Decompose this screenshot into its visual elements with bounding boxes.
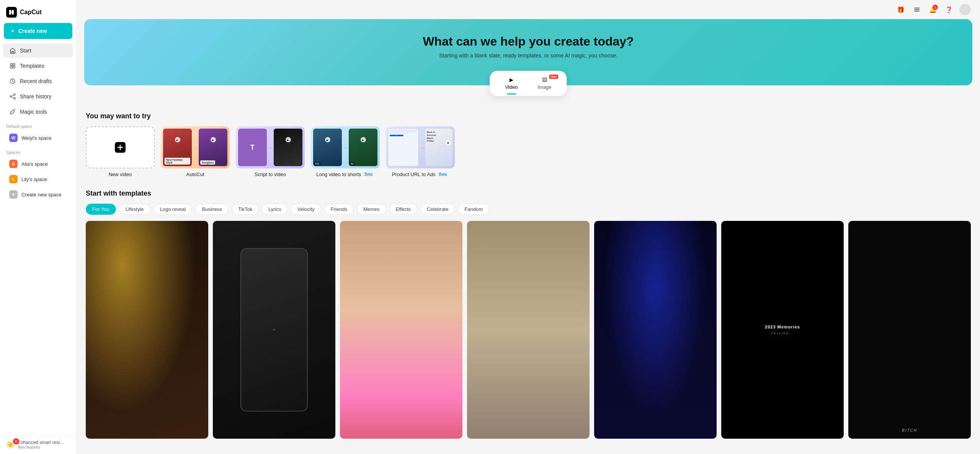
svg-rect-2 <box>13 64 15 65</box>
filter-celebrate[interactable]: Celebrate <box>420 204 455 215</box>
sidebar-item-magic-tools[interactable]: Magic tools <box>3 105 73 119</box>
long-to-shorts-label: Long video to shorts Beta <box>316 171 374 177</box>
alia-space-avatar: A <box>9 160 18 168</box>
template-card-2[interactable] <box>213 221 335 439</box>
filter-lifestyle[interactable]: Lifestyle <box>119 204 150 215</box>
sidebar-item-label-recent: Recent drafts <box>20 78 52 84</box>
space-lily[interactable]: L Lily's space <box>3 172 73 186</box>
alia-space-label: Alia's space <box>21 161 48 167</box>
svg-rect-3 <box>10 66 12 68</box>
sidebar-item-start[interactable]: Start <box>3 43 73 58</box>
hero-banner: What can we help you create today? Start… <box>84 19 972 85</box>
app-logo: CapCut <box>0 0 76 23</box>
autocut-label: AutoCut <box>186 171 204 177</box>
share-icon <box>9 93 16 100</box>
product-url-label: Product URL to Ads Beta <box>392 171 449 177</box>
media-type-tabs: ▶ Video New 🖼 Image <box>490 71 567 96</box>
filter-memes[interactable]: Memes <box>357 204 386 215</box>
svg-rect-10 <box>914 9 920 10</box>
notification-badge: 1 <box>933 5 938 10</box>
sidebar-item-templates[interactable]: Templates <box>3 59 73 73</box>
sidebar-item-label-share: Share history <box>20 93 51 100</box>
svg-rect-4 <box>13 66 15 68</box>
filter-friends[interactable]: Friends <box>324 204 354 215</box>
capcut-logo-icon <box>6 7 17 18</box>
filter-velocity[interactable]: Velocity <box>291 204 321 215</box>
app-name: CapCut <box>20 9 42 16</box>
sidebar-item-share-history[interactable]: Share history <box>3 89 73 104</box>
default-space-label: Default space <box>0 119 76 130</box>
svg-point-8 <box>10 96 11 97</box>
try-card-autocut[interactable]: New Fashion Style ▶ → Sunglass ▶ <box>161 126 230 177</box>
topbar: 🎁 🔔 1 ❓ <box>77 0 980 19</box>
clock-icon <box>9 78 16 85</box>
filter-tiktok[interactable]: TikTok <box>232 204 259 215</box>
sidebar-bottom: ☀️ 8 Enhanced smart resi... New features <box>0 435 76 454</box>
create-new-label: Create new <box>18 28 47 34</box>
template-card-4[interactable] <box>467 221 590 439</box>
template-grid: 2023 Memories CALLING... BITCH <box>86 221 971 439</box>
plus-icon: ＋ <box>10 28 15 34</box>
template-card-5[interactable] <box>594 221 717 439</box>
hero-title: What can we help you create today? <box>84 34 972 49</box>
filter-fandom[interactable]: Fandom <box>458 204 489 215</box>
try-card-product-url[interactable]: 🔗 → Back toSuccessBlackFriday ▶ Product … <box>386 126 455 177</box>
filter-logo-reveal[interactable]: Logo reveal <box>154 204 193 215</box>
svg-point-7 <box>14 98 15 99</box>
plus-box-icon <box>114 141 126 154</box>
svg-point-6 <box>14 94 15 95</box>
svg-rect-1 <box>10 64 12 65</box>
template-card-1[interactable] <box>86 221 208 439</box>
try-section-title: You may want to try <box>86 112 971 120</box>
filter-effects[interactable]: Effects <box>389 204 418 215</box>
template-card-6[interactable]: 2023 Memories CALLING... <box>721 221 844 439</box>
default-space[interactable]: W Weiyi's space <box>3 131 73 145</box>
tab-image-label: Image <box>537 84 551 90</box>
gift-button[interactable]: 🎁 <box>895 4 906 15</box>
image-icon: 🖼 <box>542 77 547 83</box>
sidebar-item-recent-drafts[interactable]: Recent drafts <box>3 74 73 88</box>
smart-resize-item[interactable]: ☀️ 8 Enhanced smart resi... New features <box>6 440 70 449</box>
create-space-icon: + <box>9 190 18 199</box>
tab-video-label: Video <box>505 84 518 90</box>
hero-subtitle: Starting with a blank slate, ready templ… <box>84 52 972 59</box>
list-button[interactable] <box>911 4 923 15</box>
script-to-video-label: Script to video <box>255 171 286 177</box>
smart-res-sub: New features <box>18 445 64 449</box>
filter-for-you[interactable]: For You <box>86 204 116 215</box>
lily-space-label: Lily's space <box>21 176 47 182</box>
create-new-space[interactable]: + Create new space <box>3 187 73 202</box>
svg-rect-9 <box>914 8 920 8</box>
smart-res-label: Enhanced smart resi... <box>18 440 64 445</box>
video-icon: ▶ <box>510 77 513 83</box>
spaces-label: Spaces <box>0 145 76 156</box>
space-alia[interactable]: A Alia's space <box>3 157 73 171</box>
notification-button[interactable]: 🔔 1 <box>927 4 939 15</box>
sidebar-item-label-start: Start <box>20 47 31 54</box>
tab-video[interactable]: ▶ Video <box>496 74 527 93</box>
home-icon <box>9 47 16 54</box>
filter-business[interactable]: Business <box>195 204 229 215</box>
filter-tabs: For You Lifestyle Logo reveal Business T… <box>86 204 971 215</box>
main-content: 🎁 🔔 1 ❓ What can we help you create toda… <box>77 0 980 454</box>
try-card-new-video[interactable]: New video <box>86 126 155 177</box>
default-space-name: Weiyi's space <box>21 135 52 141</box>
tab-image[interactable]: New 🖼 Image <box>528 74 560 93</box>
filter-lyrics[interactable]: Lyrics <box>262 204 287 215</box>
templates-section-title: Start with templates <box>86 189 971 198</box>
wand-icon <box>9 108 16 115</box>
try-card-script-to-video[interactable]: T → ▶ Script to video <box>236 126 305 177</box>
smart-res-badge: 8 <box>13 438 19 444</box>
content-area: You may want to try New video <box>77 93 980 448</box>
user-avatar[interactable] <box>959 4 971 15</box>
new-badge: New <box>549 75 558 79</box>
create-new-button[interactable]: ＋ Create new <box>4 23 72 39</box>
template-card-3[interactable] <box>340 221 462 439</box>
grid-icon <box>9 62 16 69</box>
sidebar: CapCut ＋ Create new Start Templates Rece… <box>0 0 77 454</box>
default-space-avatar: W <box>9 134 18 142</box>
help-button[interactable]: ❓ <box>943 4 955 15</box>
template-card-7[interactable]: BITCH <box>848 221 971 439</box>
try-card-long-to-shorts[interactable]: 92s ▶ → 8s ▶ Long video to shorts Beta <box>311 126 380 177</box>
lily-space-avatar: L <box>9 175 18 183</box>
